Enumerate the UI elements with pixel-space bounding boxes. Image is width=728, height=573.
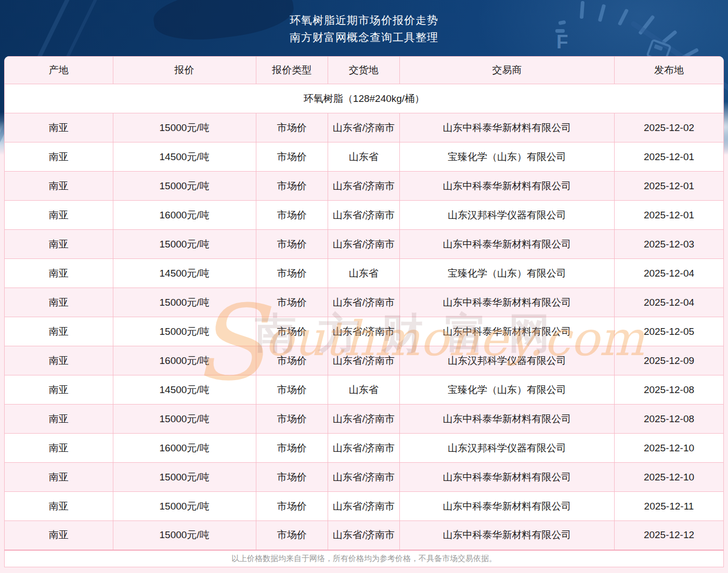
cell-origin: 南亚 xyxy=(5,201,113,230)
cell-date: 2025-12-08 xyxy=(614,375,723,405)
cell-price: 16000元/吨 xyxy=(113,201,256,230)
cell-origin: 南亚 xyxy=(5,172,113,201)
price-table: 产地报价报价类型交货地交易商发布地 环氧树脂（128#240kg/桶） 南亚15… xyxy=(4,56,724,567)
cell-price: 14500元/吨 xyxy=(113,375,256,405)
title-line-2: 南方财富网概念查询工具整理 xyxy=(0,29,728,46)
cell-delivery: 山东省/济南市 xyxy=(328,113,399,142)
cell-origin: 南亚 xyxy=(5,230,113,259)
cell-origin: 南亚 xyxy=(5,463,113,492)
cell-origin: 南亚 xyxy=(5,288,113,317)
cell-delivery: 山东省/济南市 xyxy=(328,172,399,201)
table-row: 南亚15000元/吨市场价山东省/济南市山东中科泰华新材料有限公司2025-12… xyxy=(5,172,724,201)
cell-price: 15000元/吨 xyxy=(113,113,256,142)
cell-delivery: 山东省 xyxy=(328,259,399,288)
cell-delivery: 山东省 xyxy=(328,142,399,172)
cell-trader: 山东中科泰华新材料有限公司 xyxy=(399,113,614,142)
cell-trader: 山东中科泰华新材料有限公司 xyxy=(399,288,614,317)
cell-price_type: 市场价 xyxy=(256,521,328,550)
table-body: 环氧树脂（128#240kg/桶） 南亚15000元/吨市场价山东省/济南市山东… xyxy=(5,84,724,550)
cell-trader: 山东中科泰华新材料有限公司 xyxy=(399,172,614,201)
table-row: 南亚15000元/吨市场价山东省/济南市山东中科泰华新材料有限公司2025-12… xyxy=(5,230,724,259)
cell-delivery: 山东省 xyxy=(328,375,399,405)
cell-origin: 南亚 xyxy=(5,346,113,375)
cell-price_type: 市场价 xyxy=(256,375,328,405)
cell-date: 2025-12-12 xyxy=(614,521,723,550)
cell-origin: 南亚 xyxy=(5,492,113,521)
cell-date: 2025-12-04 xyxy=(614,259,723,288)
cell-trader: 宝臻化学（山东）有限公司 xyxy=(399,259,614,288)
table-row: 南亚16000元/吨市场价山东省/济南市山东汉邦科学仪器有限公司2025-12-… xyxy=(5,201,724,230)
cell-delivery: 山东省/济南市 xyxy=(328,230,399,259)
cell-price: 15000元/吨 xyxy=(113,172,256,201)
cell-trader: 山东中科泰华新材料有限公司 xyxy=(399,230,614,259)
table-row: 南亚15000元/吨市场价山东省/济南市山东中科泰华新材料有限公司2025-12… xyxy=(5,492,724,521)
page-root: { "page_title": { "line1": "环氧树脂近期市场价报价走… xyxy=(0,0,728,573)
cell-date: 2025-12-10 xyxy=(614,463,723,492)
table-row: 南亚15000元/吨市场价山东省/济南市山东中科泰华新材料有限公司2025-12… xyxy=(5,288,724,317)
cell-price: 16000元/吨 xyxy=(113,346,256,375)
cell-origin: 南亚 xyxy=(5,142,113,172)
cell-price_type: 市场价 xyxy=(256,201,328,230)
cell-price_type: 市场价 xyxy=(256,492,328,521)
title-line-1: 环氧树脂近期市场价报价走势 xyxy=(0,11,728,29)
cell-origin: 南亚 xyxy=(5,113,113,142)
cell-delivery: 山东省/济南市 xyxy=(328,288,399,317)
cell-price: 15000元/吨 xyxy=(113,230,256,259)
cell-origin: 南亚 xyxy=(5,405,113,434)
cell-price_type: 市场价 xyxy=(256,172,328,201)
cell-price_type: 市场价 xyxy=(256,434,328,463)
cell-date: 2025-12-05 xyxy=(614,317,723,346)
cell-delivery: 山东省/济南市 xyxy=(328,521,399,550)
cell-delivery: 山东省/济南市 xyxy=(328,463,399,492)
cell-origin: 南亚 xyxy=(5,521,113,550)
page-title: 环氧树脂近期市场价报价走势 南方财富网概念查询工具整理 xyxy=(0,11,728,46)
cell-delivery: 山东省/济南市 xyxy=(328,346,399,375)
cell-date: 2025-12-04 xyxy=(614,288,723,317)
table-row: 南亚15000元/吨市场价山东省/济南市山东中科泰华新材料有限公司2025-12… xyxy=(5,521,724,550)
cell-delivery: 山东省/济南市 xyxy=(328,201,399,230)
cell-trader: 山东中科泰华新材料有限公司 xyxy=(399,463,614,492)
column-header: 交易商 xyxy=(399,57,614,84)
table-row: 南亚14500元/吨市场价山东省宝臻化学（山东）有限公司2025-12-08 xyxy=(5,375,724,405)
cell-trader: 山东汉邦科学仪器有限公司 xyxy=(399,201,614,230)
cell-price_type: 市场价 xyxy=(256,405,328,434)
table-row: 南亚15000元/吨市场价山东省/济南市山东中科泰华新材料有限公司2025-12… xyxy=(5,405,724,434)
cell-date: 2025-12-01 xyxy=(614,201,723,230)
product-group-label: 环氧树脂（128#240kg/桶） xyxy=(5,84,724,113)
cell-date: 2025-12-01 xyxy=(614,142,723,172)
table-row: 南亚14500元/吨市场价山东省宝臻化学（山东）有限公司2025-12-04 xyxy=(5,259,724,288)
cell-price: 15000元/吨 xyxy=(113,463,256,492)
column-header: 报价 xyxy=(113,57,256,84)
cell-date: 2025-12-01 xyxy=(614,172,723,201)
cell-trader: 山东中科泰华新材料有限公司 xyxy=(399,521,614,550)
cell-trader: 宝臻化学（山东）有限公司 xyxy=(399,142,614,172)
cell-price: 15000元/吨 xyxy=(113,492,256,521)
column-header: 交货地 xyxy=(328,57,399,84)
cell-origin: 南亚 xyxy=(5,259,113,288)
cell-delivery: 山东省/济南市 xyxy=(328,317,399,346)
cell-price_type: 市场价 xyxy=(256,259,328,288)
table-row: 南亚16000元/吨市场价山东省/济南市山东汉邦科学仪器有限公司2025-12-… xyxy=(5,434,724,463)
cell-delivery: 山东省/济南市 xyxy=(328,492,399,521)
table-row: 南亚16000元/吨市场价山东省/济南市山东汉邦科学仪器有限公司2025-12-… xyxy=(5,346,724,375)
cell-trader: 山东中科泰华新材料有限公司 xyxy=(399,405,614,434)
cell-price_type: 市场价 xyxy=(256,142,328,172)
product-group-row: 环氧树脂（128#240kg/桶） xyxy=(5,84,724,113)
table-row: 南亚15000元/吨市场价山东省/济南市山东中科泰华新材料有限公司2025-12… xyxy=(5,463,724,492)
cell-date: 2025-12-08 xyxy=(614,405,723,434)
table-row: 南亚15000元/吨市场价山东省/济南市山东中科泰华新材料有限公司2025-12… xyxy=(5,113,724,142)
cell-date: 2025-12-11 xyxy=(614,492,723,521)
cell-price: 15000元/吨 xyxy=(113,405,256,434)
footer-note-row: 以上价格数据均来自于网络，所有价格均为参考价格，不具备市场交易依据。 xyxy=(5,550,724,567)
cell-price: 14500元/吨 xyxy=(113,259,256,288)
cell-trader: 山东中科泰华新材料有限公司 xyxy=(399,492,614,521)
cell-price: 16000元/吨 xyxy=(113,434,256,463)
column-header: 报价类型 xyxy=(256,57,328,84)
table-row: 南亚15000元/吨市场价山东省/济南市山东中科泰华新材料有限公司2025-12… xyxy=(5,317,724,346)
cell-price_type: 市场价 xyxy=(256,288,328,317)
cell-date: 2025-12-03 xyxy=(614,230,723,259)
column-header: 发布地 xyxy=(614,57,723,84)
cell-trader: 山东汉邦科学仪器有限公司 xyxy=(399,346,614,375)
cell-price_type: 市场价 xyxy=(256,113,328,142)
cell-trader: 山东汉邦科学仪器有限公司 xyxy=(399,434,614,463)
